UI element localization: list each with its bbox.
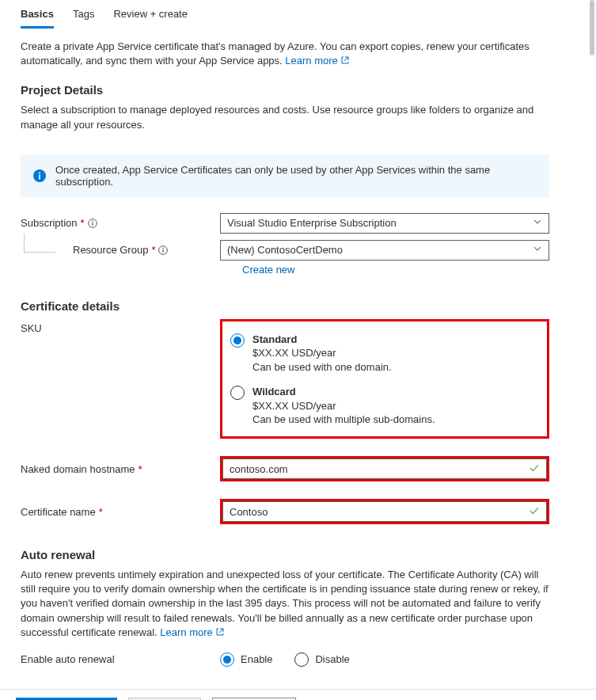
sku-standard-price: $XX.XX USD/year [252,346,392,360]
info-bar-text: Once created, App Service Certificates c… [55,164,537,188]
intro-text-body: Create a private App Service certificate… [21,40,530,67]
auto-renewal-disable-radio[interactable]: Disable [294,652,349,667]
certificate-name-label: Certificate name [21,506,96,518]
radio-icon [230,386,245,400]
tab-review-create[interactable]: Review + create [113,8,188,29]
auto-renewal-heading: Auto renewal [21,548,549,561]
check-icon [529,505,540,519]
resource-group-label: Resource Group [73,244,148,256]
create-new-link[interactable]: Create new [242,264,294,276]
svg-rect-4 [92,223,93,226]
svg-rect-1 [39,174,40,179]
radio-icon [230,333,245,348]
tab-basics[interactable]: Basics [21,8,54,29]
footer-bar: Review + create < Previous Next : Tags > [0,689,596,700]
learn-more-label: Learn more [285,55,337,67]
check-icon [529,462,540,476]
intro-text: Create a private App Service certificate… [21,40,549,69]
sku-option-wildcard[interactable]: Wildcard $XX.XX USD/year Can be used wit… [227,382,542,430]
radio-icon [220,652,234,667]
svg-point-8 [163,247,165,249]
naked-domain-value: contoso.com [230,463,288,475]
intro-learn-more-link[interactable]: Learn more [285,55,350,67]
required-asterisk: * [81,217,85,229]
auto-renewal-body: Auto renew prevents untimely expiration … [21,569,549,638]
enable-auto-renewal-label: Enable auto renewal [21,653,115,665]
sku-radio-group: Standard $XX.XX USD/year Can be used wit… [220,319,549,439]
sku-wildcard-title: Wildcard [252,385,435,399]
learn-more-label: Learn more [160,626,212,638]
project-details-heading: Project Details [21,83,549,97]
tree-elbow-icon [24,234,55,253]
svg-rect-7 [163,249,164,253]
tab-tags[interactable]: Tags [73,8,94,29]
subscription-value: Visual Studio Enterprise Subscription [227,217,397,229]
enable-option-label: Enable [241,653,272,665]
svg-point-5 [92,220,93,222]
sku-standard-title: Standard [252,333,392,347]
chevron-down-icon [533,217,542,229]
sku-wildcard-price: $XX.XX USD/year [252,399,435,413]
sku-standard-desc: Can be used with one domain. [252,360,392,375]
auto-renewal-learn-more-link[interactable]: Learn more [160,626,225,638]
sku-label: SKU [21,322,42,334]
required-asterisk: * [99,506,103,518]
external-link-icon [215,626,225,641]
required-asterisk: * [139,463,142,475]
auto-renewal-enable-radio[interactable]: Enable [220,652,272,667]
sku-wildcard-desc: Can be used with multiple sub-domains. [252,413,435,427]
certificate-details-heading: Certificate details [21,299,549,313]
subscription-select[interactable]: Visual Studio Enterprise Subscription [220,213,549,234]
radio-icon [294,652,309,667]
svg-point-2 [39,172,40,173]
chevron-down-icon [533,244,542,256]
auto-renewal-text: Auto renew prevents untimely expiration … [21,568,549,641]
tab-bar: Basics Tags Review + create [0,0,596,29]
scrollbar-thumb[interactable] [590,0,594,55]
naked-domain-input[interactable]: contoso.com [222,458,547,479]
subscription-label: Subscription [21,217,78,229]
certificate-name-input[interactable]: Contoso [222,501,547,522]
resource-group-select[interactable]: (New) ContosoCertDemo [220,240,549,261]
info-icon [33,169,46,182]
project-details-subtitle: Select a subscription to manage deployed… [21,103,549,131]
required-asterisk: * [151,244,155,256]
external-link-icon [340,55,350,69]
help-icon[interactable] [158,245,168,255]
disable-option-label: Disable [315,653,349,665]
naked-domain-label: Naked domain hostname [21,463,135,475]
resource-group-value: (New) ContosoCertDemo [227,244,343,256]
certificate-name-value: Contoso [230,506,268,518]
sku-option-standard[interactable]: Standard $XX.XX USD/year Can be used wit… [227,329,542,378]
info-bar: Once created, App Service Certificates c… [21,154,549,197]
help-icon[interactable] [88,219,97,228]
